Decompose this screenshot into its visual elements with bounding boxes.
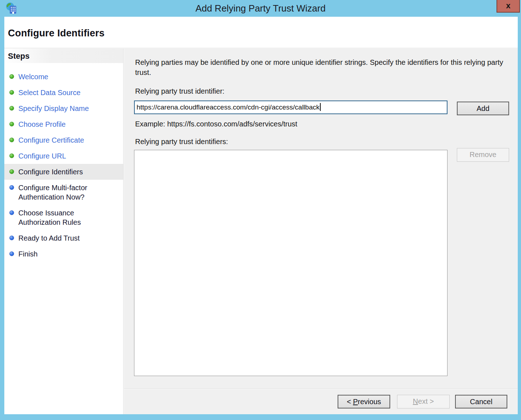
steps-list: Welcome Select Data Source Specify Displ… <box>4 64 123 262</box>
step-done-bullet-icon <box>9 106 14 111</box>
step-done-bullet-icon <box>9 122 14 126</box>
steps-header: Steps <box>4 49 123 64</box>
step-done-bullet-icon <box>9 90 14 95</box>
close-button[interactable]: x <box>496 0 520 13</box>
identifier-field-label: Relying party trust identifier: <box>135 87 224 95</box>
identifiers-list-label: Relying party trust identifiers: <box>135 138 228 146</box>
step-done-bullet-icon <box>9 153 14 158</box>
step-configure-multifactor: Configure Multi-factor Authentication No… <box>4 180 123 205</box>
step-welcome[interactable]: Welcome <box>4 69 123 85</box>
remove-button[interactable]: Remove <box>457 148 509 162</box>
step-upcoming-bullet-icon <box>9 251 14 256</box>
footer-bar: < Previous Next > Cancel <box>124 389 518 414</box>
next-button[interactable]: Next > <box>397 395 450 408</box>
previous-button[interactable]: < Previous <box>338 395 390 408</box>
main-panel: Relying parties may be identified by one… <box>124 49 518 389</box>
step-done-bullet-icon <box>9 169 14 174</box>
identifiers-listbox[interactable] <box>134 150 447 376</box>
step-specify-display-name[interactable]: Specify Display Name <box>4 100 123 116</box>
title-bar: Add Relying Party Trust Wizard x <box>0 0 521 17</box>
step-finish: Finish <box>4 246 123 262</box>
step-select-data-source[interactable]: Select Data Source <box>4 85 123 100</box>
add-button[interactable]: Add <box>457 102 509 115</box>
steps-title: Steps <box>4 49 30 61</box>
steps-sidebar: Steps Welcome Select Data Source Specify… <box>4 49 124 414</box>
identifier-input[interactable]: https://carena.cloudflareaccess.com/cdn-… <box>134 100 447 114</box>
step-choose-profile[interactable]: Choose Profile <box>4 116 123 132</box>
window-body: Configure Identifiers Steps Welcome Sele… <box>4 17 518 414</box>
step-upcoming-bullet-icon <box>9 210 14 215</box>
step-done-bullet-icon <box>9 138 14 142</box>
identifier-input-value: https://carena.cloudflareaccess.com/cdn-… <box>137 103 320 111</box>
window-title: Add Relying Party Trust Wizard <box>0 0 521 17</box>
step-choose-issuance-rules: Choose Issuance Authorization Rules <box>4 205 123 230</box>
step-upcoming-bullet-icon <box>9 236 14 240</box>
step-configure-certificate[interactable]: Configure Certificate <box>4 132 123 148</box>
wizard-window: Add Relying Party Trust Wizard x Configu… <box>0 0 521 420</box>
text-cursor <box>320 103 321 111</box>
example-text: Example: https://fs.contoso.com/adfs/ser… <box>135 120 297 128</box>
step-done-bullet-icon <box>9 74 14 79</box>
page-title: Configure Identifiers <box>8 28 104 39</box>
step-configure-url[interactable]: Configure URL <box>4 148 123 164</box>
page-header: Configure Identifiers <box>4 17 518 48</box>
step-ready-to-add-trust: Ready to Add Trust <box>4 230 123 246</box>
step-upcoming-bullet-icon <box>9 185 14 190</box>
cancel-button[interactable]: Cancel <box>455 395 507 408</box>
intro-text: Relying parties may be identified by one… <box>135 57 510 77</box>
step-configure-identifiers-current[interactable]: Configure Identifiers <box>4 164 123 180</box>
